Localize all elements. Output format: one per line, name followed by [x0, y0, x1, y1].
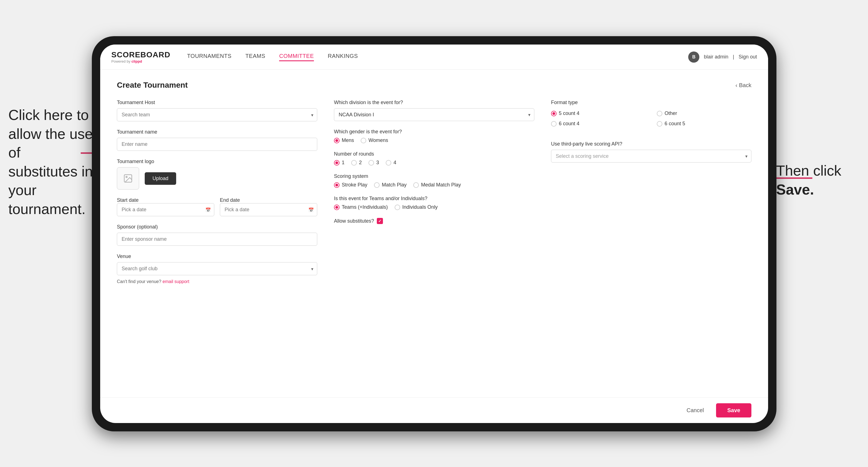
- scoring-stroke-radio[interactable]: [334, 182, 340, 188]
- annotation-left-line2: allow the use of: [8, 126, 93, 161]
- nav-links: TOURNAMENTS TEAMS COMMITTEE RANKINGS: [187, 53, 688, 61]
- division-select[interactable]: NCAA Division I: [334, 108, 534, 121]
- upload-button[interactable]: Upload: [145, 172, 176, 185]
- gender-group: Which gender is the event for? Mens Wome…: [334, 129, 534, 143]
- format-type-group: Format type 5 count 4 Other: [551, 100, 751, 127]
- format-5count4-radio[interactable]: [551, 111, 557, 116]
- venue-help: Can't find your venue? email support: [117, 279, 317, 284]
- nav-link-rankings[interactable]: RANKINGS: [328, 53, 358, 61]
- start-date-group: Start date 📅: [117, 197, 214, 216]
- rounds-label: Number of rounds: [334, 151, 534, 157]
- gender-mens-label: Mens: [342, 137, 354, 143]
- form-footer: Cancel Save: [100, 398, 768, 423]
- format-6count5[interactable]: 6 count 5: [657, 121, 751, 127]
- scoring-radio-group: Stroke Play Match Play Medal Match Play: [334, 182, 534, 188]
- start-date-label: Start date: [117, 197, 138, 203]
- event-type-label: Is this event for Teams and/or Individua…: [334, 196, 534, 201]
- tournament-name-group: Tournament name: [117, 129, 317, 151]
- venue-label: Venue: [117, 253, 317, 259]
- scoring-match-label: Match Play: [382, 182, 407, 188]
- scoring-match-radio[interactable]: [374, 182, 380, 188]
- format-6count4-radio[interactable]: [551, 121, 557, 127]
- venue-input[interactable]: [117, 262, 317, 275]
- rounds-3-radio[interactable]: [368, 160, 374, 165]
- nav-link-tournaments[interactable]: TOURNAMENTS: [187, 53, 231, 61]
- substitutes-label: Allow substitutes?: [334, 218, 374, 224]
- page-header: Create Tournament ‹ Back: [117, 81, 751, 90]
- tablet-frame: SCOREBOARD Powered by clippd TOURNAMENTS…: [92, 36, 776, 431]
- start-date-calendar-icon: 📅: [206, 207, 211, 212]
- rounds-4-radio[interactable]: [386, 160, 391, 165]
- rounds-radio-group: 1 2 3 4: [334, 160, 534, 165]
- rounds-3-label: 3: [376, 160, 379, 165]
- logo-upload-area: Upload: [117, 167, 317, 189]
- form-col-left: Tournament Host Tournament name Tourname…: [117, 100, 317, 284]
- rounds-1[interactable]: 1: [334, 160, 344, 165]
- format-other-radio[interactable]: [657, 111, 662, 116]
- logo-scoreboard: SCOREBOARD: [111, 51, 170, 59]
- event-teams-label: Teams (+Individuals): [342, 204, 388, 210]
- tournament-host-input[interactable]: [117, 108, 317, 121]
- format-6count5-radio[interactable]: [657, 121, 662, 127]
- scoring-api-group: Use third-party live scoring API? Select…: [551, 141, 751, 162]
- annotation-left-line3: substitutes in your: [8, 163, 93, 198]
- format-other[interactable]: Other: [657, 111, 751, 116]
- gender-womens-radio[interactable]: [361, 138, 366, 143]
- scoring-api-wrapper: Select a scoring service: [551, 150, 751, 162]
- gender-mens[interactable]: Mens: [334, 137, 354, 143]
- gender-mens-radio[interactable]: [334, 138, 340, 143]
- navbar: SCOREBOARD Powered by clippd TOURNAMENTS…: [100, 44, 768, 69]
- scoring-api-select[interactable]: Select a scoring service: [551, 150, 751, 162]
- tournament-name-input[interactable]: [117, 138, 317, 151]
- scoring-medal-radio[interactable]: [413, 182, 419, 188]
- rounds-2-radio[interactable]: [351, 160, 357, 165]
- nav-link-teams[interactable]: TEAMS: [245, 53, 265, 61]
- event-individuals-label: Individuals Only: [402, 204, 438, 210]
- substitutes-checkbox[interactable]: [377, 218, 383, 224]
- event-individuals[interactable]: Individuals Only: [395, 204, 438, 210]
- scoring-stroke-label: Stroke Play: [342, 182, 367, 188]
- rounds-3[interactable]: 3: [368, 160, 379, 165]
- sponsor-input[interactable]: [117, 233, 317, 246]
- rounds-group: Number of rounds 1 2: [334, 151, 534, 165]
- page-content: Create Tournament ‹ Back Tournament Host: [100, 69, 768, 398]
- logo-area: SCOREBOARD Powered by clippd: [111, 51, 170, 63]
- scoring-medal[interactable]: Medal Match Play: [413, 182, 461, 188]
- nav-link-committee[interactable]: COMMITTEE: [279, 53, 314, 61]
- event-teams[interactable]: Teams (+Individuals): [334, 204, 388, 210]
- rounds-4[interactable]: 4: [386, 160, 396, 165]
- scoring-medal-label: Medal Match Play: [421, 182, 461, 188]
- gender-womens[interactable]: Womens: [361, 137, 388, 143]
- tournament-host-group: Tournament Host: [117, 100, 317, 121]
- annotation-left-line4: tournament.: [8, 201, 86, 217]
- rounds-1-radio[interactable]: [334, 160, 340, 165]
- format-5count4[interactable]: 5 count 4: [551, 111, 646, 116]
- form-grid: Tournament Host Tournament name Tourname…: [117, 100, 751, 284]
- scoring-match[interactable]: Match Play: [374, 182, 407, 188]
- event-teams-radio[interactable]: [334, 205, 340, 210]
- rounds-2[interactable]: 2: [351, 160, 362, 165]
- scoring-label: Scoring system: [334, 174, 534, 179]
- format-6count4[interactable]: 6 count 4: [551, 121, 646, 127]
- scoring-group: Scoring system Stroke Play Match Play: [334, 174, 534, 188]
- format-6count5-label: 6 count 5: [664, 121, 685, 127]
- save-button[interactable]: Save: [716, 403, 751, 417]
- page-title: Create Tournament: [117, 81, 188, 90]
- start-date-input[interactable]: [117, 203, 214, 216]
- format-other-label: Other: [664, 111, 677, 116]
- svg-point-3: [126, 177, 127, 178]
- rounds-2-label: 2: [359, 160, 362, 165]
- date-row: Start date 📅 End date 📅: [117, 197, 317, 216]
- cancel-button[interactable]: Cancel: [680, 404, 711, 417]
- tournament-host-label: Tournament Host: [117, 100, 317, 105]
- venue-help-link[interactable]: email support: [162, 279, 189, 284]
- tournament-logo-label: Tournament logo: [117, 159, 317, 164]
- tablet-screen: SCOREBOARD Powered by clippd TOURNAMENTS…: [100, 44, 768, 423]
- event-individuals-radio[interactable]: [395, 205, 400, 210]
- sponsor-label: Sponsor (optional): [117, 224, 317, 230]
- scoring-stroke[interactable]: Stroke Play: [334, 182, 367, 188]
- format-type-label: Format type: [551, 100, 751, 105]
- signout-link[interactable]: Sign out: [739, 54, 757, 60]
- back-link[interactable]: ‹ Back: [736, 82, 751, 89]
- end-date-input[interactable]: [220, 203, 317, 216]
